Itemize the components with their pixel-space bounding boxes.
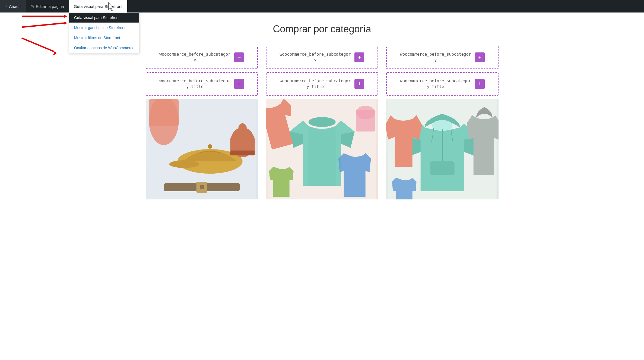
hook-box-accessories-1: woocommerce_before_subcategory +	[146, 46, 258, 69]
admin-bar: + Añadir ✎ Editar la página Guía visual …	[0, 0, 644, 12]
guide-button[interactable]: Guía visual para Storefront Guía visual …	[69, 0, 127, 12]
hook-add-button-tops-2[interactable]: +	[354, 79, 364, 89]
plus-icon: +	[5, 4, 7, 9]
hook-name-tops-1: woocommerce_before_subcategory	[280, 52, 351, 63]
hook-name-accessories-1: woocommerce_before_subcategory	[159, 52, 230, 63]
category-grid: woocommerce_before_subcategory + woocomm…	[146, 46, 499, 199]
hook-box-accessories-2: woocommerce_before_subcategory_title +	[146, 72, 258, 96]
hook-add-button-accessories-2[interactable]: +	[234, 79, 244, 89]
main-content: Comprar por categoría woocommerce_before…	[0, 12, 644, 360]
edit-page-button[interactable]: ✎ Editar la página	[26, 0, 69, 12]
hook-box-hoodies-2: woocommerce_before_subcategory_title +	[386, 72, 498, 96]
svg-point-13	[169, 160, 199, 168]
category-column-accessories: woocommerce_before_subcategory + woocomm…	[146, 46, 258, 199]
svg-point-21	[238, 123, 246, 132]
svg-rect-11	[149, 99, 179, 126]
category-image-tops	[266, 99, 378, 199]
hook-box-hoodies-1: woocommerce_before_subcategory +	[386, 46, 498, 69]
dropdown-item-ocultar-ganchos[interactable]: Ocultar ganchos de WooCommerce	[69, 43, 139, 53]
hook-name-hoodies-1: woocommerce_before_subcategory	[400, 52, 471, 63]
svg-rect-20	[230, 151, 255, 155]
category-column-hoodies: woocommerce_before_subcategory + woocomm…	[386, 46, 498, 199]
dropdown-menu: Guía visual para Storefront Mostrar ganc…	[69, 12, 139, 53]
hook-name-accessories-2: woocommerce_before_subcategory_title	[159, 78, 230, 90]
hook-name-hoodies-2: woocommerce_before_subcategory_title	[400, 78, 471, 90]
dropdown-item-mostrar-filtros[interactable]: Mostrar filtros de Storefront	[69, 33, 139, 43]
dropdown-item-guia[interactable]: Guía visual para Storefront	[69, 13, 139, 23]
add-page-button[interactable]: + Añadir	[0, 0, 26, 12]
category-image-hoodies	[386, 99, 498, 199]
svg-rect-17	[199, 185, 204, 189]
hook-box-tops-1: woocommerce_before_subcategory +	[266, 46, 378, 69]
svg-point-14	[208, 144, 212, 149]
svg-point-23	[308, 117, 335, 127]
add-label: Añadir	[9, 4, 21, 9]
hook-add-button-accessories-1[interactable]: +	[234, 52, 244, 62]
hook-box-tops-2: woocommerce_before_subcategory_title +	[266, 72, 378, 96]
hook-add-button-hoodies-1[interactable]: +	[475, 52, 485, 62]
svg-rect-25	[356, 110, 375, 132]
hook-add-button-tops-1[interactable]: +	[354, 52, 364, 62]
guide-label: Guía visual para Storefront	[74, 4, 122, 9]
svg-rect-28	[430, 161, 455, 175]
edit-label: Editar la página	[36, 4, 64, 9]
hook-name-tops-2: woocommerce_before_subcategory_title	[280, 78, 351, 90]
category-image-accessories	[146, 99, 258, 199]
pencil-icon: ✎	[31, 4, 34, 9]
dropdown-item-mostrar-ganchos[interactable]: Mostrar ganchos de Storefront	[69, 23, 139, 33]
hook-add-button-hoodies-2[interactable]: +	[475, 79, 485, 89]
category-column-tops: woocommerce_before_subcategory + woocomm…	[266, 46, 378, 199]
